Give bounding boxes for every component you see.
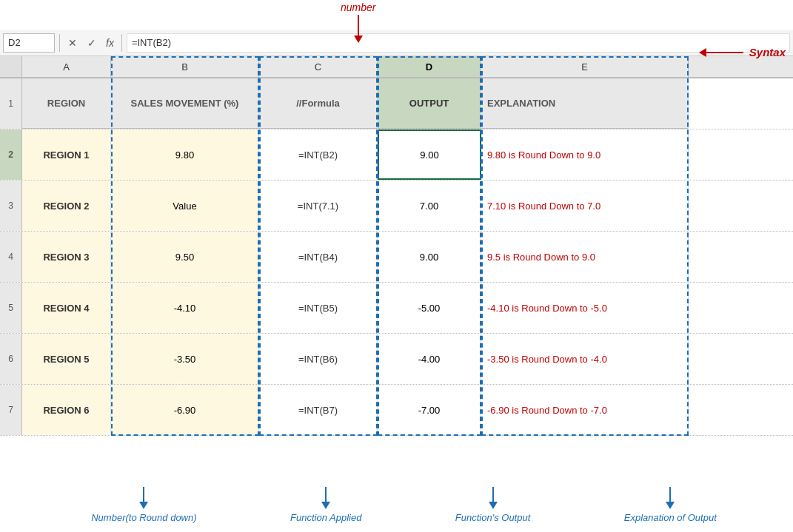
row-number: 6: [0, 334, 22, 384]
ann-output-arrow: [489, 487, 498, 509]
cell-b6[interactable]: -3.50: [111, 334, 259, 384]
cell-reference-box[interactable]: D2: [3, 33, 55, 53]
row-num-header: [0, 56, 22, 77]
cell-c7[interactable]: =INT(B7): [259, 385, 378, 435]
ann-function-arrow: [321, 487, 330, 509]
confirm-icon[interactable]: ✓: [84, 35, 100, 51]
number-label: number: [341, 1, 375, 13]
cell-b7[interactable]: -6.90: [111, 385, 259, 435]
column-headers: A B C D E: [0, 56, 793, 78]
row-number: 5: [0, 283, 22, 333]
col-header-d: D: [378, 56, 481, 77]
ann-number-arrow: [139, 487, 148, 509]
cell-d7[interactable]: -7.00: [378, 385, 481, 435]
cell-e3[interactable]: 7.10 is Round Down to 7.0: [481, 181, 689, 231]
table-row: 7REGION 6-6.90=INT(B7)-7.00-6.90 is Roun…: [0, 385, 793, 436]
formula-bar-separator2: [121, 34, 122, 52]
ann-explanation: Explanation of Output: [624, 487, 717, 523]
cell-c1[interactable]: //Formula: [259, 78, 378, 129]
cell-d3[interactable]: 7.00: [378, 181, 481, 231]
cell-d1[interactable]: OUTPUT: [378, 78, 481, 129]
cell-e5[interactable]: -4.10 is Round Down to -5.0: [481, 283, 689, 333]
cell-b3[interactable]: Value: [111, 181, 259, 231]
ann-function-label: Function Applied: [290, 512, 361, 523]
cell-a4[interactable]: REGION 3: [22, 232, 111, 282]
cell-e6[interactable]: -3.50 is Round Down to -4.0: [481, 334, 689, 384]
ann-number-label: Number(to Round down): [91, 512, 196, 523]
cell-a2[interactable]: REGION 1: [22, 129, 111, 180]
table-row: 1 REGION SALES MOVEMENT (%) //Formula OU…: [0, 78, 793, 129]
cell-a7[interactable]: REGION 6: [22, 385, 111, 435]
syntax-label: Syntax: [749, 46, 786, 58]
cell-a1[interactable]: REGION: [22, 78, 111, 129]
syntax-arrow: [699, 48, 743, 57]
col-header-e: E: [481, 56, 689, 77]
col-header-b: B: [111, 56, 259, 77]
formula-input[interactable]: [127, 33, 790, 53]
row-number: 3: [0, 181, 22, 231]
col-header-c: C: [259, 56, 378, 77]
cell-e7[interactable]: -6.90 is Round Down to -7.0: [481, 385, 689, 435]
table-row: 4REGION 39.50=INT(B4)9.009.5 is Round Do…: [0, 232, 793, 283]
cell-d2[interactable]: 9.00: [378, 129, 481, 180]
data-rows: 1 REGION SALES MOVEMENT (%) //Formula OU…: [0, 78, 793, 436]
spreadsheet: A B C D E 1 REGION SALES MOVEMENT (%) //…: [0, 56, 793, 436]
cell-e4[interactable]: 9.5 is Round Down to 9.0: [481, 232, 689, 282]
ann-function: Function Applied: [290, 487, 361, 523]
cell-c3[interactable]: =INT(7.1): [259, 181, 378, 231]
cell-e1[interactable]: EXPLANATION: [481, 78, 689, 129]
formula-bar: D2 ✕ ✓ fx: [0, 30, 793, 56]
cell-c4[interactable]: =INT(B4): [259, 232, 378, 282]
row-number: 7: [0, 385, 22, 435]
cell-c6[interactable]: =INT(B6): [259, 334, 378, 384]
syntax-annotation: Syntax: [699, 46, 786, 58]
cell-c5[interactable]: =INT(B5): [259, 283, 378, 333]
table-row: 6REGION 5-3.50=INT(B6)-4.00-3.50 is Roun…: [0, 334, 793, 385]
ann-number: Number(to Round down): [91, 487, 196, 523]
ann-explanation-label: Explanation of Output: [624, 512, 717, 523]
cell-b5[interactable]: -4.10: [111, 283, 259, 333]
row-number: 2: [0, 129, 22, 180]
ann-output: Function's Output: [455, 487, 530, 523]
table-row: 5REGION 4-4.10=INT(B5)-5.00-4.10 is Roun…: [0, 283, 793, 334]
cell-d6[interactable]: -4.00: [378, 334, 481, 384]
number-annotation: number: [341, 1, 375, 43]
cell-b4[interactable]: 9.50: [111, 232, 259, 282]
cell-a6[interactable]: REGION 5: [22, 334, 111, 384]
number-arrow: [354, 15, 363, 43]
cancel-icon[interactable]: ✕: [64, 35, 81, 51]
cell-b1[interactable]: SALES MOVEMENT (%): [111, 78, 259, 129]
row-number: 1: [0, 78, 22, 129]
cell-a5[interactable]: REGION 4: [22, 283, 111, 333]
bottom-annotations: Number(to Round down) Function Applied F…: [22, 481, 786, 529]
table-row: 3REGION 2Value=INT(7.1)7.007.10 is Round…: [0, 181, 793, 232]
cell-a3[interactable]: REGION 2: [22, 181, 111, 231]
cell-d4[interactable]: 9.00: [378, 232, 481, 282]
cell-d5[interactable]: -5.00: [378, 283, 481, 333]
col-header-a: A: [22, 56, 111, 77]
row-number: 4: [0, 232, 22, 282]
ann-explanation-arrow: [666, 487, 675, 509]
fx-label: fx: [106, 37, 114, 49]
ann-output-label: Function's Output: [455, 512, 530, 523]
cell-c2[interactable]: =INT(B2): [259, 129, 378, 180]
cell-b2[interactable]: 9.80: [111, 129, 259, 180]
table-row: 2REGION 19.80=INT(B2)9.009.80 is Round D…: [0, 129, 793, 181]
formula-bar-separator: [59, 34, 60, 52]
cell-e2[interactable]: 9.80 is Round Down to 9.0: [481, 129, 689, 180]
